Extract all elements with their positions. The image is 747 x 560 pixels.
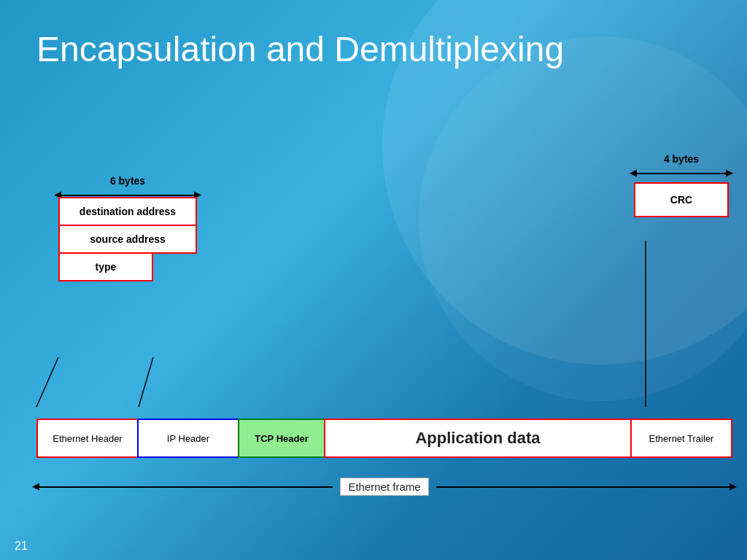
svg-line-1 bbox=[139, 357, 153, 407]
bytes-6-label: 6 bytes bbox=[58, 175, 197, 187]
tcp-header-box: TCP Header bbox=[238, 419, 325, 458]
crc-box: CRC bbox=[634, 182, 729, 217]
slide: Encapsulation and Demultiplexing 6 bytes… bbox=[0, 0, 747, 560]
destination-address-box: destination address bbox=[58, 197, 197, 226]
bytes-4-arrow: ◀ ▶ bbox=[634, 168, 729, 179]
left-stack: destination address source address type bbox=[58, 197, 197, 281]
ethernet-header-box: Ethernet Header bbox=[36, 419, 139, 458]
ethernet-trailer-box: Ethernet Trailer bbox=[630, 419, 732, 458]
page-number: 21 bbox=[15, 540, 28, 553]
diagram-area: 6 bytes ◀ ▶ destination address source a… bbox=[36, 146, 732, 516]
ip-header-box: IP Header bbox=[137, 419, 239, 458]
bytes-4-container: 4 bytes ◀ ▶ bbox=[634, 153, 729, 179]
svg-line-0 bbox=[36, 357, 58, 407]
frame-label: Ethernet frame bbox=[340, 478, 428, 496]
slide-title: Encapsulation and Demultiplexing bbox=[0, 0, 747, 84]
app-data-box: Application data bbox=[324, 419, 632, 458]
bytes-4-label: 4 bytes bbox=[634, 153, 729, 165]
type-box: type bbox=[58, 252, 153, 281]
frame-label-row: ◀ Ethernet frame ▶ bbox=[36, 478, 732, 496]
frame-row: Ethernet Header IP Header TCP Header App… bbox=[36, 419, 732, 458]
source-address-box: source address bbox=[58, 225, 197, 254]
